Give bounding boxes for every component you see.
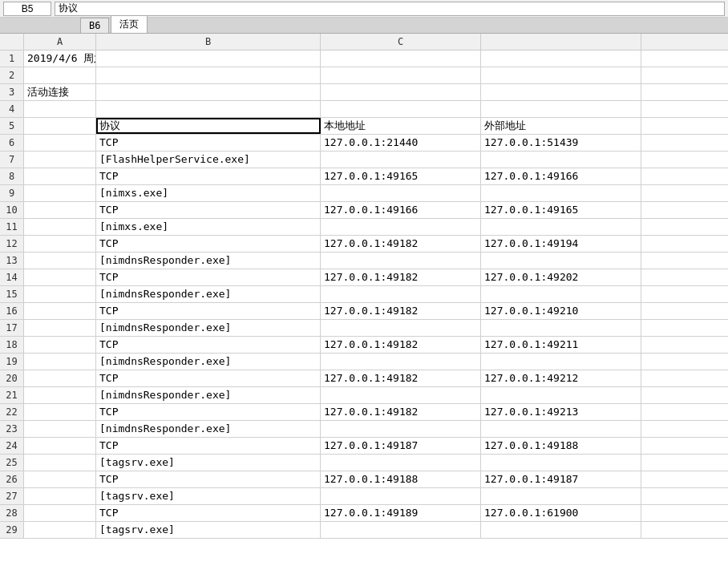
cell-A-18[interactable] <box>24 337 96 353</box>
cell-A-3[interactable]: 活动连接 <box>24 84 96 100</box>
cell-B-24[interactable]: TCP <box>96 438 321 454</box>
cell-D-26[interactable]: 127.0.0.1:49187 <box>481 471 641 487</box>
cell-B-26[interactable]: TCP <box>96 471 321 487</box>
cell-D-20[interactable]: 127.0.0.1:49212 <box>481 370 641 386</box>
cell-B-11[interactable]: [nimxs.exe] <box>96 219 321 235</box>
cell-C-6[interactable]: 127.0.0.1:21440 <box>321 135 481 151</box>
cell-C-26[interactable]: 127.0.0.1:49188 <box>321 471 481 487</box>
cell-D-14[interactable]: 127.0.0.1:49202 <box>481 269 641 285</box>
cell-C-7[interactable] <box>321 152 481 168</box>
cell-C-16[interactable]: 127.0.0.1:49182 <box>321 303 481 319</box>
cell-D-28[interactable]: 127.0.0.1:61900 <box>481 505 641 521</box>
cell-A-21[interactable] <box>24 387 96 403</box>
cell-B-25[interactable]: [tagsrv.exe] <box>96 455 321 471</box>
cell-C-28[interactable]: 127.0.0.1:49189 <box>321 505 481 521</box>
cell-C-24[interactable]: 127.0.0.1:49187 <box>321 438 481 454</box>
cell-B-9[interactable]: [nimxs.exe] <box>96 185 321 201</box>
cell-D-29[interactable] <box>481 522 641 538</box>
cell-A-20[interactable] <box>24 370 96 386</box>
cell-B-18[interactable]: TCP <box>96 337 321 353</box>
cell-D-6[interactable]: 127.0.0.1:51439 <box>481 135 641 151</box>
cell-B-14[interactable]: TCP <box>96 269 321 285</box>
cell-A-2[interactable] <box>24 67 96 83</box>
cell-A-16[interactable] <box>24 303 96 319</box>
cell-D-4[interactable] <box>481 101 641 117</box>
cell-B-7[interactable]: [FlashHelperService.exe] <box>96 152 321 168</box>
cell-C-1[interactable] <box>321 51 481 67</box>
cell-C-23[interactable] <box>321 421 481 437</box>
cell-C-2[interactable] <box>321 67 481 83</box>
col-header-D[interactable] <box>481 34 641 50</box>
cell-B-6[interactable]: TCP <box>96 135 321 151</box>
cell-B-12[interactable]: TCP <box>96 236 321 252</box>
cell-C-19[interactable] <box>321 354 481 370</box>
cell-C-15[interactable] <box>321 286 481 302</box>
cell-D-12[interactable]: 127.0.0.1:49194 <box>481 236 641 252</box>
cell-A-5[interactable] <box>24 118 96 134</box>
cell-C-4[interactable] <box>321 101 481 117</box>
cell-B-1[interactable] <box>96 51 321 67</box>
cell-B-15[interactable]: [nimdnsResponder.exe] <box>96 286 321 302</box>
cell-C-5[interactable]: 本地地址 <box>321 118 481 134</box>
tab-b6[interactable]: B6 <box>80 18 109 33</box>
cell-D-10[interactable]: 127.0.0.1:49165 <box>481 202 641 218</box>
cell-B-2[interactable] <box>96 67 321 83</box>
cell-B-13[interactable]: [nimdnsResponder.exe] <box>96 253 321 269</box>
cell-A-26[interactable] <box>24 471 96 487</box>
formula-bar[interactable] <box>55 2 725 16</box>
cell-C-27[interactable] <box>321 488 481 504</box>
cell-D-13[interactable] <box>481 253 641 269</box>
cell-B-4[interactable] <box>96 101 321 117</box>
cell-B-21[interactable]: [nimdnsResponder.exe] <box>96 387 321 403</box>
cell-C-10[interactable]: 127.0.0.1:49166 <box>321 202 481 218</box>
cell-C-13[interactable] <box>321 253 481 269</box>
cell-C-12[interactable]: 127.0.0.1:49182 <box>321 236 481 252</box>
cell-D-2[interactable] <box>481 67 641 83</box>
cell-A-22[interactable] <box>24 404 96 420</box>
cell-A-13[interactable] <box>24 253 96 269</box>
cell-D-15[interactable] <box>481 286 641 302</box>
cell-C-20[interactable]: 127.0.0.1:49182 <box>321 370 481 386</box>
cell-D-3[interactable] <box>481 84 641 100</box>
cell-D-8[interactable]: 127.0.0.1:49166 <box>481 168 641 184</box>
cell-A-19[interactable] <box>24 354 96 370</box>
cell-A-27[interactable] <box>24 488 96 504</box>
cell-D-24[interactable]: 127.0.0.1:49188 <box>481 438 641 454</box>
cell-B-19[interactable]: [nimdnsResponder.exe] <box>96 354 321 370</box>
cell-A-28[interactable] <box>24 505 96 521</box>
cell-D-17[interactable] <box>481 320 641 336</box>
cell-D-5[interactable]: 外部地址 <box>481 118 641 134</box>
cell-B-23[interactable]: [nimdnsResponder.exe] <box>96 421 321 437</box>
cell-D-21[interactable] <box>481 387 641 403</box>
cell-D-18[interactable]: 127.0.0.1:49211 <box>481 337 641 353</box>
cell-A-14[interactable] <box>24 269 96 285</box>
cell-D-7[interactable] <box>481 152 641 168</box>
cell-A-4[interactable] <box>24 101 96 117</box>
cell-D-23[interactable] <box>481 421 641 437</box>
cell-D-22[interactable]: 127.0.0.1:49213 <box>481 404 641 420</box>
cell-D-25[interactable] <box>481 455 641 471</box>
cell-D-11[interactable] <box>481 219 641 235</box>
cell-B-20[interactable]: TCP <box>96 370 321 386</box>
col-header-B[interactable]: B <box>96 34 321 50</box>
cell-D-1[interactable] <box>481 51 641 67</box>
cell-A-17[interactable] <box>24 320 96 336</box>
cell-C-21[interactable] <box>321 387 481 403</box>
cell-B-17[interactable]: [nimdnsResponder.exe] <box>96 320 321 336</box>
cell-A-29[interactable] <box>24 522 96 538</box>
cell-B-5[interactable]: 协议 <box>96 118 321 134</box>
cell-B-29[interactable]: [tagsrv.exe] <box>96 522 321 538</box>
cell-C-18[interactable]: 127.0.0.1:49182 <box>321 337 481 353</box>
cell-D-9[interactable] <box>481 185 641 201</box>
cell-C-25[interactable] <box>321 455 481 471</box>
cell-A-23[interactable] <box>24 421 96 437</box>
cell-C-9[interactable] <box>321 185 481 201</box>
cell-B-27[interactable]: [tagsrv.exe] <box>96 488 321 504</box>
cell-B-28[interactable]: TCP <box>96 505 321 521</box>
cell-C-29[interactable] <box>321 522 481 538</box>
cell-A-11[interactable] <box>24 219 96 235</box>
cell-A-7[interactable] <box>24 152 96 168</box>
cell-A-6[interactable] <box>24 135 96 151</box>
cell-A-24[interactable] <box>24 438 96 454</box>
cell-C-11[interactable] <box>321 219 481 235</box>
